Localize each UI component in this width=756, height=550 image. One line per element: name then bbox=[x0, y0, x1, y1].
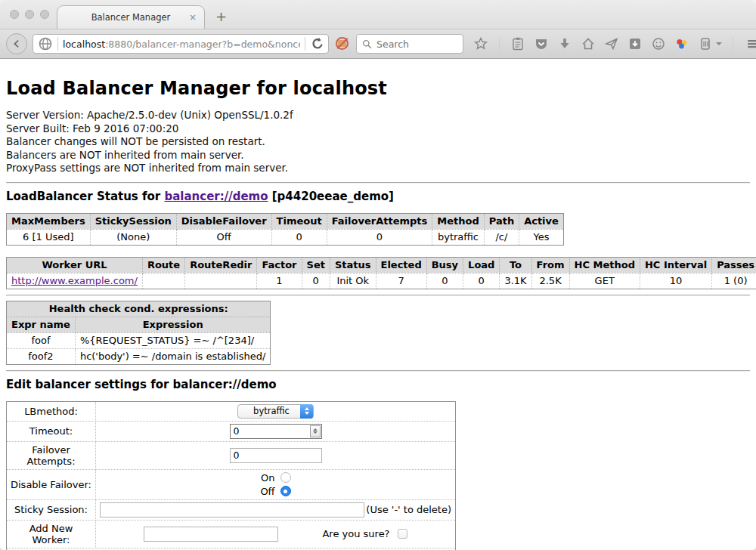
header-cell: Factor bbox=[257, 257, 302, 273]
send-button[interactable] bbox=[604, 36, 619, 51]
expression-cell: hc('body') =~ /domain is established/ bbox=[75, 348, 271, 364]
table-cell: 7 bbox=[376, 273, 426, 289]
worker-table: Worker URL Route RouteRedir Factor Set S… bbox=[6, 257, 756, 289]
disable-failover-off-radio[interactable] bbox=[280, 486, 291, 496]
window-close-button[interactable] bbox=[10, 10, 19, 19]
urlbar-divider2 bbox=[305, 37, 305, 51]
divider bbox=[6, 182, 750, 184]
health-check-table: Health check cond. expressions: Expr nam… bbox=[6, 301, 271, 365]
page-content: Load Balancer Manager for localhost Serv… bbox=[0, 59, 756, 550]
server-info: Server Version: Apache/2.5.0-dev (Unix) … bbox=[6, 109, 750, 175]
are-you-sure-label: Are you sure? bbox=[322, 528, 389, 539]
header-cell: Status bbox=[330, 257, 376, 273]
home-button[interactable] bbox=[581, 36, 596, 51]
url-bar[interactable]: localhost:8880/balancer-manager?b=demo&n… bbox=[33, 34, 329, 54]
form-row-add-worker: Add New Worker: Are you sure? bbox=[7, 520, 456, 548]
urlbar-divider bbox=[57, 37, 58, 51]
status-heading-prefix: LoadBalancer Status for bbox=[6, 190, 164, 203]
url-path: :8880/balancer-manager?b=demo&nonce=decc… bbox=[105, 39, 300, 50]
lbmethod-select[interactable]: bytraffic bbox=[237, 404, 314, 419]
are-you-sure-checkbox[interactable] bbox=[398, 529, 407, 539]
header-cell: Timeout bbox=[271, 213, 327, 229]
table-header-row: MaxMembers StickySession DisableFailover… bbox=[7, 213, 564, 229]
expression-cell: %{REQUEST_STATUS} =~ /^[234]/ bbox=[75, 332, 271, 348]
header-cell: Worker URL bbox=[7, 257, 143, 273]
radio-off-label: Off bbox=[260, 486, 274, 497]
sticky-session-input[interactable] bbox=[100, 502, 364, 518]
table-cell: bytraffic bbox=[432, 229, 484, 245]
table-row: foof2 hc('body') =~ /domain is establish… bbox=[7, 348, 271, 364]
add-worker-input[interactable] bbox=[144, 527, 278, 542]
colors-button[interactable] bbox=[674, 36, 689, 51]
tab-close-icon[interactable]: × bbox=[189, 13, 197, 22]
failover-attempts-input[interactable] bbox=[230, 448, 322, 463]
proxypass-note-line: ProxyPass settings are NOT inherited fro… bbox=[6, 162, 750, 175]
header-cell: Active bbox=[519, 213, 564, 229]
table-cell: Yes bbox=[519, 229, 564, 245]
header-cell: MaxMembers bbox=[7, 213, 91, 229]
expr-name-cell: foof bbox=[7, 332, 76, 348]
search-input[interactable] bbox=[376, 39, 452, 50]
table-header-row: Expr name Expression bbox=[7, 317, 271, 332]
header-cell: Expression bbox=[75, 317, 271, 332]
table-cell: 0 bbox=[426, 273, 463, 289]
back-arrow-icon bbox=[11, 39, 22, 49]
tab-title: Balancer Manager bbox=[91, 12, 171, 23]
disable-failover-on-radio[interactable] bbox=[280, 472, 291, 483]
edit-settings-heading: Edit balancer settings for balancer://de… bbox=[6, 378, 750, 391]
panel-download-button[interactable] bbox=[627, 36, 643, 51]
back-button[interactable] bbox=[6, 33, 27, 54]
blocked-content-button[interactable] bbox=[334, 36, 351, 52]
disable-failover-label: Disable Failover: bbox=[7, 469, 96, 499]
radio-on-label: On bbox=[260, 472, 274, 484]
reload-button[interactable] bbox=[310, 36, 325, 51]
header-cell: HC Method bbox=[569, 257, 640, 273]
toolbar-icons bbox=[473, 36, 756, 51]
number-spinner-icon[interactable] bbox=[310, 425, 321, 437]
chat-smiley-button[interactable] bbox=[651, 36, 666, 51]
header-cell: Passes bbox=[712, 257, 756, 273]
balancer-settings-form: LBmethod: bytraffic Timeout: bbox=[6, 401, 456, 550]
menu-button[interactable] bbox=[744, 36, 756, 51]
chevron-down-icon bbox=[716, 42, 722, 45]
lbmethod-selected-value: bytraffic bbox=[249, 406, 294, 416]
form-row-disable-failover: Disable Failover: On Off bbox=[7, 469, 456, 499]
header-cell: Set bbox=[302, 257, 330, 273]
clipboard-button[interactable] bbox=[510, 36, 525, 51]
form-row-timeout: Timeout: bbox=[7, 421, 456, 441]
header-cell: Method bbox=[432, 213, 484, 229]
form-row-failover: Failover Attempts: bbox=[7, 441, 456, 469]
table-cell: 1 bbox=[257, 273, 302, 289]
table-cell: 0 bbox=[302, 273, 330, 289]
pocket-button[interactable] bbox=[534, 36, 549, 51]
server-version-line: Server Version: Apache/2.5.0-dev (Unix) … bbox=[6, 109, 750, 122]
toolbar-divider bbox=[499, 37, 500, 51]
new-tab-button[interactable]: + bbox=[215, 8, 227, 24]
window-zoom-button[interactable] bbox=[40, 10, 49, 19]
download-button[interactable] bbox=[557, 36, 572, 51]
timeout-label: Timeout: bbox=[7, 421, 96, 441]
search-bar[interactable] bbox=[356, 34, 463, 54]
bookmark-star-button[interactable] bbox=[473, 36, 488, 51]
page-title: Load Balancer Manager for localhost bbox=[6, 78, 750, 99]
failover-attempts-label: Failover Attempts: bbox=[7, 441, 96, 469]
timeout-input[interactable] bbox=[230, 424, 322, 439]
tab-balancer-manager[interactable]: Balancer Manager × bbox=[57, 5, 205, 29]
table-cell: 6 [1 Used] bbox=[7, 229, 91, 245]
header-cell: RouteRedir bbox=[185, 257, 257, 273]
table-cell: /c/ bbox=[484, 229, 519, 245]
table-cell: 2.5K bbox=[531, 273, 569, 289]
inherit-note-line: Balancers are NOT inherited from main se… bbox=[6, 149, 750, 162]
container-button[interactable] bbox=[698, 36, 722, 51]
header-cell: StickySession bbox=[90, 213, 176, 229]
url-input[interactable]: localhost:8880/balancer-manager?b=demo&n… bbox=[63, 39, 300, 50]
worker-url-link[interactable]: http://www.example.com/ bbox=[11, 275, 138, 286]
toolbar-divider2 bbox=[733, 37, 733, 51]
search-icon bbox=[362, 39, 372, 49]
balancer-demo-link[interactable]: balancer://demo bbox=[164, 190, 268, 203]
divider bbox=[6, 370, 750, 372]
window-minimize-button[interactable] bbox=[25, 10, 34, 19]
form-row-sticky: Sticky Session: (Use '-' to delete) bbox=[7, 499, 456, 520]
table-cell: 0 bbox=[463, 273, 500, 289]
header-cell: DisableFailover bbox=[176, 213, 271, 229]
